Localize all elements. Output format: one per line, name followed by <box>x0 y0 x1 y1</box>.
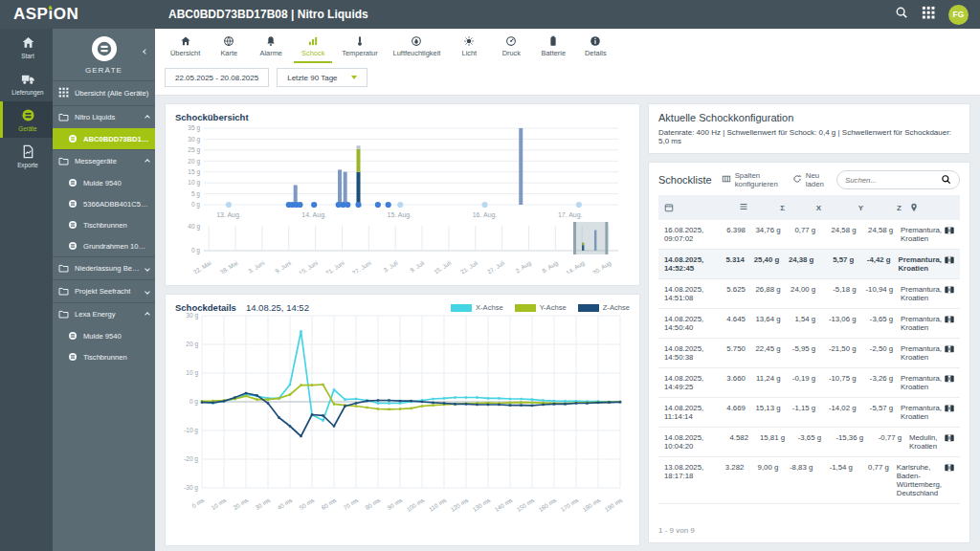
panel-title: GERÄTE <box>85 66 122 75</box>
svg-text:0 g: 0 g <box>191 247 200 254</box>
shock-sum-g: 13,64 g <box>746 315 781 323</box>
legend-x-achse[interactable]: X-Achse <box>451 303 503 312</box>
shock-overview-title: Schockübersicht <box>175 112 630 122</box>
svg-text:110 ms: 110 ms <box>428 496 448 513</box>
svg-text:5 g: 5 g <box>191 190 200 198</box>
shock-row[interactable]: 13.08.2025,18:17:183.2829,00 g-8,83 g-1,… <box>658 457 960 504</box>
sidebar-device-abc0bdd73bd17b08[interactable]: ABC0BDD73BD17B08 <box>53 128 155 149</box>
shock-details-card: Schockdetails14.08.25, 14:52 X-AchseY-Ac… <box>165 294 640 546</box>
folder-icon <box>58 263 69 274</box>
svg-text:10 ms: 10 ms <box>210 496 227 511</box>
shock-row[interactable]: 14.08.2025,14:50:385.75022,45 g-5,95 g-2… <box>658 339 960 368</box>
svg-text:170 ms: 170 ms <box>559 496 579 513</box>
shock-row[interactable]: 14.08.2025,14:51:085.62526,88 g24,00 g-5… <box>658 279 960 309</box>
home-icon <box>21 35 35 50</box>
column-header-x[interactable]: X <box>785 204 821 212</box>
chevron-down-icon[interactable] <box>145 266 150 272</box>
svg-text:25 g: 25 g <box>188 146 200 154</box>
tab-batterie[interactable]: Batterie <box>534 33 572 63</box>
sidebar-group-messeger-te[interactable]: Messegeräte <box>53 149 155 172</box>
tab-temperatur[interactable]: Temperatur <box>336 33 383 63</box>
shock-row[interactable]: 14.08.2025,14:49:253.66011,24 g-0,19 g-1… <box>658 368 960 398</box>
configure-columns-button[interactable]: Spalten konfigurieren <box>722 171 783 188</box>
shock-y-g: -1,54 g <box>813 463 853 472</box>
reload-button[interactable]: Neu laden <box>792 171 827 188</box>
shock-x-g: -1,15 g <box>780 404 815 412</box>
shock-row[interactable]: 14.08.2025,14:50:404.64513,64 g1,54 g-13… <box>658 309 960 339</box>
rail-item-exporte[interactable]: Exporte <box>0 138 53 174</box>
svg-text:30 ms: 30 ms <box>254 496 271 511</box>
shock-row[interactable]: 14.08.2025,14:52:455.31425,40 g24,38 g5,… <box>658 250 960 279</box>
country-flag-icon <box>945 404 954 412</box>
tab-übersicht[interactable]: Übersicht <box>165 33 206 63</box>
shock-location: Medulin, Kroatien <box>902 433 954 451</box>
logo-text-2: ON <box>54 5 79 23</box>
tab-karte[interactable]: Karte <box>210 33 248 63</box>
aspion-logo: ASPiON <box>0 5 155 24</box>
svg-text:70 ms: 70 ms <box>342 496 359 511</box>
svg-text:80 ms: 80 ms <box>364 496 381 511</box>
rail-item-geräte[interactable]: Geräte <box>0 101 53 138</box>
calendar-icon[interactable] <box>664 199 720 216</box>
sidebar-device-mulde-9540[interactable]: Mulde 9540 <box>53 325 155 346</box>
sidebar-device-5366adbb401c5616-tes-[interactable]: 5366ADBB401C5616 - tes... <box>53 193 155 214</box>
legend-y-achse[interactable]: Y-Achse <box>515 303 567 312</box>
avatar[interactable]: FG <box>948 5 969 25</box>
device-icon <box>68 199 78 209</box>
chevron-down-icon[interactable] <box>145 289 150 295</box>
tab-luftfeuchtigkeit[interactable]: Luftfeuchtigkeit <box>388 33 447 63</box>
sidebar-device-tischbrunnen[interactable]: Tischbrunnen <box>53 346 155 367</box>
search-icon[interactable] <box>895 6 908 23</box>
rail-item-lieferungen[interactable]: Lieferungen <box>0 65 53 101</box>
shock-row[interactable]: 14.08.2025,10:04:204.58215,81 g-3,65 g-1… <box>658 428 960 457</box>
svg-text:21. Juni: 21. Juni <box>324 259 345 274</box>
list-icon[interactable] <box>720 202 748 213</box>
sidebar-item-overview[interactable]: Übersicht (Alle Geräte) <box>53 80 155 105</box>
svg-text:0 g: 0 g <box>189 398 198 406</box>
globe-icon <box>223 35 234 47</box>
shock-z-g: -2,50 g <box>857 344 894 353</box>
legend-z-achse[interactable]: Z-Achse <box>578 303 630 312</box>
shock-details-chart[interactable]: 0 ms10 ms20 ms30 ms40 ms50 ms60 ms70 ms8… <box>175 312 630 538</box>
tab-druck[interactable]: Druck <box>492 33 530 63</box>
tab-details[interactable]: Details <box>576 33 614 63</box>
shock-overview-chart[interactable]: 0 g5 g10 g15 g20 g25 g30 g35 g13. Aug.14… <box>175 122 630 277</box>
tab-licht[interactable]: Licht <box>450 33 488 63</box>
shock-x-g: 0,77 g <box>780 226 815 234</box>
collapse-panel-icon[interactable] <box>144 40 147 57</box>
preset-select[interactable]: Letzte 90 Tage <box>277 68 367 87</box>
rail-item-start[interactable]: Start <box>0 29 53 65</box>
shock-row[interactable]: 16.08.2025,09:07:026.39834,76 g0,77 g24,… <box>658 220 960 250</box>
export-icon <box>21 144 35 159</box>
sidebar-group-lexa-energy[interactable]: Lexa Energy <box>53 302 155 325</box>
sidebar-group-niederlassung-berlin[interactable]: Niederlassung Berlin <box>53 256 155 279</box>
shock-sum-g: 9,00 g <box>744 463 778 472</box>
sidebar-group-projekt-seefracht[interactable]: Projekt Seefracht <box>53 279 155 302</box>
chevron-up-icon[interactable] <box>145 115 150 121</box>
chevron-up-icon[interactable] <box>145 159 150 165</box>
tab-schock[interactable]: Schock <box>294 33 332 63</box>
column-header-sigma[interactable]: Σ <box>748 204 785 212</box>
nav-rail: StartLieferungenGeräteExporte <box>0 29 53 551</box>
chevron-up-icon[interactable] <box>145 312 150 318</box>
sidebar-device-mulde-9540[interactable]: Mulde 9540 <box>53 172 155 193</box>
country-flag-icon <box>945 315 954 323</box>
shock-row[interactable]: 14.08.2025,11:14:144.66915,13 g-1,15 g-1… <box>658 398 960 428</box>
sidebar-group-nitro-liquids[interactable]: Nitro Liquids <box>53 105 155 128</box>
barchart-icon <box>307 35 319 47</box>
svg-text:150 ms: 150 ms <box>515 496 535 513</box>
tab-alarme[interactable]: Alarme <box>252 33 290 63</box>
apps-grid-icon[interactable] <box>922 6 935 23</box>
pin-icon[interactable] <box>902 203 954 212</box>
search-input[interactable] <box>845 176 941 185</box>
date-range-input[interactable]: 22.05.2025 - 20.08.2025 <box>165 68 269 87</box>
shock-date: 13.08.2025,18:17:18 <box>664 463 717 480</box>
sidebar-device-tischbrunnen[interactable]: Tischbrunnen <box>53 214 155 235</box>
shock-list-search[interactable] <box>836 170 960 189</box>
column-header-z[interactable]: Z <box>863 204 902 212</box>
shock-x-g: -0,19 g <box>780 374 815 383</box>
shock-location: Karlsruhe, Baden-Württemberg, Deutschlan… <box>889 463 954 497</box>
svg-text:20. Aug: 20. Aug <box>591 259 613 274</box>
sidebar-device-grundrahmen-1029463-00[interactable]: Grundrahmen 1029463.00 <box>53 235 155 256</box>
column-header-y[interactable]: Y <box>821 204 863 212</box>
